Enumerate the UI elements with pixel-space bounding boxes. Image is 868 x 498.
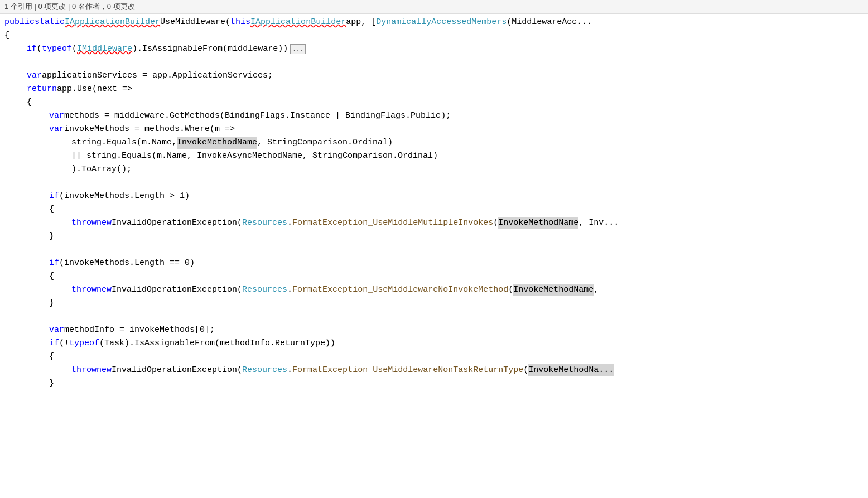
- code-line: {: [0, 30, 868, 43]
- top-bar: 1 个引用 | 0 项更改 | 0 名作者，0 项更改: [0, 0, 868, 14]
- keyword-token: throw: [71, 364, 97, 377]
- keyword-token: new: [97, 284, 112, 297]
- plain-token: InvalidOperationException(: [112, 364, 242, 377]
- keyword-token: static: [35, 16, 65, 29]
- keyword-token: throw: [71, 284, 97, 297]
- code-line: var applicationServices = app.Applicatio…: [0, 70, 868, 83]
- code-line: {: [0, 204, 868, 217]
- plain-token: methodInfo = invokeMethods[0];: [64, 324, 215, 337]
- type-name-token: IMiddleware: [77, 43, 132, 56]
- plain-token: }: [49, 297, 54, 310]
- plain-token: UseMiddleware(: [160, 16, 230, 29]
- plain-token: InvalidOperationException(: [112, 284, 242, 297]
- resource-token: Resources: [242, 217, 287, 230]
- plain-token: , StringComparison.Ordinal): [257, 137, 393, 149]
- code-line: var methods = middleware.GetMethods(Bind…: [0, 110, 868, 123]
- resource-token: Resources: [242, 364, 287, 377]
- plain-token: ).ToArray();: [71, 163, 132, 176]
- code-line: || string.Equals(m.Name, InvokeAsyncMeth…: [0, 150, 868, 163]
- keyword-token: var: [49, 324, 64, 337]
- highlight-token: InvokeMethodName: [513, 284, 594, 297]
- plain-token: , Inv...: [578, 217, 619, 230]
- type-name-token: IApplicationBuilder: [65, 16, 160, 29]
- code-line: if (typeof(IMiddleware).IsAssignableFrom…: [0, 43, 868, 56]
- resource-method-token: FormatException_UseMiddlewareNoInvokeMet…: [292, 284, 508, 297]
- plain-token: {: [4, 30, 9, 42]
- plain-token: (: [37, 43, 42, 56]
- keyword-token: public: [4, 16, 35, 29]
- plain-token: (MiddlewareAcc...: [507, 16, 592, 29]
- plain-token: (Task).IsAssignableFrom(methodInfo.Retur…: [99, 337, 335, 350]
- plain-token: {: [49, 351, 54, 364]
- plain-token: app.Use(next =>: [57, 83, 132, 96]
- keyword-token: if: [49, 337, 59, 350]
- code-line: {: [0, 351, 868, 364]
- type-name-plain-token: DynamicallyAccessedMembers: [376, 16, 507, 29]
- code-line: if (invokeMethods.Length > 1): [0, 190, 868, 204]
- highlight-token: InvokeMethodName: [177, 137, 257, 149]
- keyword-token: var: [49, 110, 64, 123]
- plain-token: || string.Equals(m.Name, InvokeAsyncMeth…: [71, 150, 438, 163]
- reference-info: 1 个引用 | 0 项更改 | 0 名作者，0 项更改: [4, 2, 135, 11]
- highlight-token: InvokeMethodName: [498, 217, 578, 230]
- code-line: throw new InvalidOperationException(Reso…: [0, 364, 868, 378]
- code-line: }: [0, 230, 868, 244]
- keyword-token: new: [97, 364, 112, 377]
- code-line: return app.Use(next =>: [0, 83, 868, 96]
- code-line: }: [0, 378, 868, 391]
- keyword-token: this: [230, 16, 250, 29]
- keyword-token: if: [27, 43, 37, 56]
- plain-token: (: [523, 364, 528, 377]
- resource-method-token: FormatException_UseMiddleMutlipleInvokes: [292, 217, 493, 230]
- plain-token: app, [: [346, 16, 376, 29]
- code-line: [0, 56, 868, 70]
- plain-token: {: [49, 270, 54, 283]
- plain-token: .: [287, 217, 292, 230]
- plain-token: }: [49, 230, 54, 243]
- plain-token: {: [27, 96, 32, 109]
- plain-token: }: [49, 378, 54, 390]
- plain-token: string.Equals(m.Name,: [71, 137, 177, 149]
- code-line: throw new InvalidOperationException(Reso…: [0, 217, 868, 230]
- plain-token: (invokeMethods.Length > 1): [59, 190, 190, 203]
- code-line: {: [0, 270, 868, 284]
- keyword-token: new: [97, 217, 112, 230]
- plain-token: (: [72, 43, 77, 56]
- code-line: [0, 177, 868, 190]
- code-area: public static IApplicationBuilder UseMid…: [0, 14, 868, 497]
- keyword-token: return: [27, 83, 57, 96]
- highlight-token: InvokeMethodNa...: [528, 364, 614, 377]
- code-line: }: [0, 297, 868, 311]
- code-line: [0, 311, 868, 324]
- keyword-token: if: [49, 190, 59, 203]
- plain-token: applicationServices = app.ApplicationSer…: [42, 70, 273, 83]
- plain-token: (: [493, 217, 498, 230]
- keyword-token: var: [27, 70, 42, 83]
- code-line: var invokeMethods = methods.Where(m =>: [0, 123, 868, 137]
- collapsed-button[interactable]: ...: [290, 44, 306, 55]
- code-line: if (!typeof(Task).IsAssignableFrom(metho…: [0, 337, 868, 351]
- plain-token: InvalidOperationException(: [112, 217, 242, 230]
- code-line: public static IApplicationBuilder UseMid…: [0, 16, 868, 30]
- code-line: {: [0, 96, 868, 110]
- plain-token: .: [287, 364, 292, 377]
- plain-token: invokeMethods = methods.Where(m =>: [64, 123, 235, 136]
- code-line: string.Equals(m.Name, InvokeMethodName, …: [0, 137, 868, 150]
- resource-token: Resources: [242, 284, 287, 297]
- resource-method-token: FormatException_UseMiddlewareNonTaskRetu…: [292, 364, 523, 377]
- code-line: throw new InvalidOperationException(Reso…: [0, 284, 868, 297]
- plain-token: (: [508, 284, 513, 297]
- code-line: var methodInfo = invokeMethods[0];: [0, 324, 868, 337]
- code-line: if (invokeMethods.Length == 0): [0, 257, 868, 270]
- plain-token: ,: [594, 284, 599, 297]
- plain-token: methods = middleware.GetMethods(BindingF…: [64, 110, 451, 123]
- plain-token: .: [287, 284, 292, 297]
- plain-token: ).IsAssignableFrom(middleware)): [132, 43, 288, 56]
- keyword-token: typeof: [69, 337, 99, 350]
- keyword-token: throw: [71, 217, 97, 230]
- keyword-token: typeof: [42, 43, 72, 56]
- plain-token: {: [49, 204, 54, 216]
- plain-token: (!: [59, 337, 69, 350]
- type-name-token: IApplicationBuilder: [250, 16, 346, 29]
- code-line: ).ToArray();: [0, 163, 868, 177]
